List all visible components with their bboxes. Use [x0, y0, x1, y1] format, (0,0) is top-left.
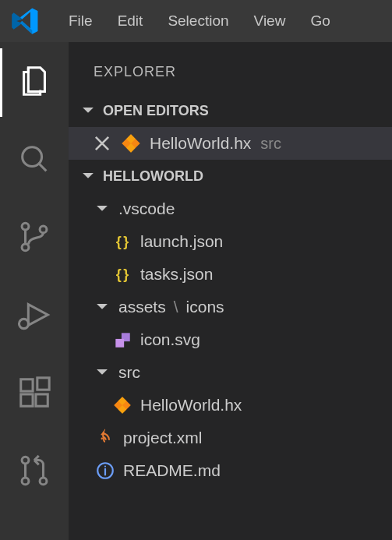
activity-run-debug[interactable] [0, 282, 69, 351]
file-path: src [260, 135, 281, 153]
svg-point-9 [22, 457, 29, 464]
tree-folder-vscode[interactable]: .vscode [69, 192, 392, 225]
svg-icon [112, 330, 132, 350]
chevron-down-icon [94, 364, 111, 381]
section-label: HELLOWORLD [103, 168, 203, 185]
svg-rect-13 [115, 339, 124, 348]
debug-icon [16, 297, 52, 337]
svg-rect-6 [21, 394, 33, 405]
menu-edit[interactable]: Edit [107, 8, 154, 34]
menu-view[interactable]: View [243, 8, 297, 34]
section-label: OPEN EDITORS [103, 103, 209, 119]
menu-file[interactable]: File [58, 8, 104, 34]
tree-file[interactable]: icon.svg [69, 323, 392, 356]
file-name: README.md [123, 461, 221, 480]
svg-point-11 [40, 478, 47, 485]
folder-sep: \ [174, 298, 178, 316]
extensions-icon [16, 375, 52, 415]
svg-rect-7 [36, 394, 48, 405]
section-workspace[interactable]: HELLOWORLD [69, 160, 392, 192]
haxe-icon [120, 132, 142, 154]
activity-extensions[interactable] [0, 360, 69, 429]
tree-folder-src[interactable]: src [69, 356, 392, 389]
search-icon [16, 141, 52, 181]
file-name: launch.json [140, 232, 223, 251]
chevron-down-icon [94, 200, 111, 217]
svg-point-10 [22, 478, 29, 485]
section-open-editors[interactable]: OPEN EDITORS [69, 94, 392, 127]
vscode-logo-icon [11, 6, 41, 36]
info-icon [95, 461, 115, 481]
menubar: File Edit Selection View Go [0, 0, 392, 42]
menu-selection[interactable]: Selection [157, 8, 239, 34]
tree-file[interactable]: HelloWorld.hx [69, 389, 392, 422]
tree-file[interactable]: { } launch.json [69, 225, 392, 258]
xml-icon [95, 428, 115, 448]
tree-file[interactable]: project.xml [69, 422, 392, 454]
folder-name: assets [118, 298, 166, 316]
haxe-icon [112, 395, 132, 415]
file-name: tasks.json [140, 265, 213, 284]
file-name: HelloWorld.hx [140, 396, 242, 415]
open-editor-item[interactable]: HelloWorld.hx src [69, 127, 392, 160]
chevron-down-icon [79, 168, 97, 185]
json-icon: { } [112, 264, 132, 284]
folder-trail: icons [186, 298, 224, 316]
folder-name: .vscode [118, 199, 175, 218]
folder-name: src [118, 363, 140, 382]
svg-point-3 [40, 226, 47, 233]
chevron-down-icon [94, 298, 111, 316]
svg-point-2 [22, 244, 29, 251]
svg-point-1 [22, 223, 29, 230]
activity-source-control[interactable] [0, 204, 69, 273]
svg-rect-5 [21, 379, 33, 390]
activity-pull-requests[interactable] [0, 438, 69, 506]
sidebar-title: EXPLORER [69, 51, 392, 94]
json-icon: { } [112, 231, 132, 252]
activity-bar [0, 42, 69, 540]
file-name: icon.svg [140, 330, 200, 349]
activity-search[interactable] [0, 126, 69, 195]
tree-file[interactable]: README.md [69, 454, 392, 487]
svg-rect-8 [37, 377, 49, 389]
activity-explorer[interactable] [0, 48, 69, 117]
sidebar: EXPLORER OPEN EDITORS HelloWorld.hx src … [69, 42, 392, 540]
files-icon [16, 63, 52, 103]
close-icon[interactable] [92, 133, 112, 154]
tree-file[interactable]: { } tasks.json [69, 258, 392, 291]
menu-go[interactable]: Go [299, 8, 341, 34]
pull-request-icon [16, 453, 52, 492]
tree-folder-assets[interactable]: assets \ icons [69, 291, 392, 323]
branch-icon [16, 219, 52, 259]
chevron-down-icon [79, 102, 97, 119]
workbench: EXPLORER OPEN EDITORS HelloWorld.hx src … [0, 42, 392, 540]
file-name: project.xml [123, 429, 203, 447]
file-name: HelloWorld.hx [150, 134, 251, 153]
